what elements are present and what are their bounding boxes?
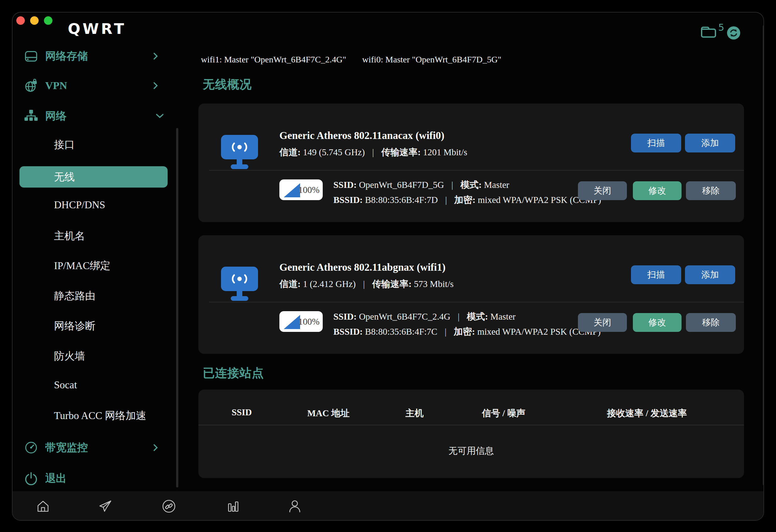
bar-chart-icon[interactable] — [224, 499, 239, 514]
sidebar-item-label: Socat — [54, 379, 77, 391]
minimize-window-button[interactable] — [30, 16, 39, 25]
rate-label: 传输速率: — [372, 279, 412, 289]
drive-icon — [24, 49, 38, 63]
power-icon — [24, 471, 38, 486]
table-empty-message: 无可用信息 — [198, 445, 744, 457]
edit-button[interactable]: 修改 — [633, 181, 682, 200]
main-scrollbar[interactable] — [763, 25, 764, 486]
bssid-encryption-line: BSSID: B8:80:35:6B:4F:7D | 加密: mixed WPA… — [333, 194, 601, 206]
sidebar-item-label: DHCP/DNS — [54, 199, 105, 211]
sidebar-item-label: 主机名 — [54, 229, 85, 243]
scan-button[interactable]: 扫描 — [631, 134, 681, 153]
bottom-dock — [13, 491, 763, 521]
wireless-radio-card: Generic Atheros 802.11abgnax (wifi1) 信道:… — [198, 235, 744, 354]
connected-stations-heading: 已连接站点 — [203, 365, 264, 381]
connected-stations-table: SSID MAC 地址 主机 信号 / 噪声 接收速率 / 发送速率 无可用信息 — [198, 389, 744, 478]
signal-percent: 100% — [298, 316, 320, 327]
add-button[interactable]: 添加 — [685, 265, 735, 284]
signal-strength-badge: 100% — [279, 180, 323, 200]
sidebar-item-label: 带宽监控 — [45, 441, 88, 455]
wifi1-status: wifi1: Master "OpenWrt_6B4F7C_2.4G" — [201, 55, 346, 64]
sidebar-item-label: 无线 — [54, 170, 75, 184]
zoom-window-button[interactable] — [44, 16, 52, 25]
bssid-value: B8:80:35:6B:4F:7C — [365, 326, 437, 336]
edit-button[interactable]: 修改 — [633, 313, 682, 332]
screen: QWRT 5 — [0, 0, 776, 532]
column-header-ssid: SSID — [198, 407, 285, 420]
column-header-signal-noise: 信号 / 噪声 — [457, 407, 550, 420]
table-header-divider — [198, 425, 744, 425]
card-divider — [209, 302, 744, 302]
chevron-right-icon — [153, 52, 158, 60]
mode-value: Master — [484, 180, 510, 190]
sidebar-item-interfaces[interactable]: 接口 — [54, 136, 167, 154]
disable-button[interactable]: 关闭 — [578, 313, 627, 332]
channel-value: 1 (2.412 GHz) — [303, 279, 356, 289]
sidebar-item-firewall[interactable]: 防火墙 — [54, 347, 167, 365]
bssid-encryption-line: BSSID: B8:80:35:6B:4F:7C | 加密: mixed WPA… — [333, 326, 600, 338]
sidebar-item-label: 防火墙 — [54, 349, 85, 363]
rate-value: 1201 Mbit/s — [423, 147, 467, 157]
remove-button[interactable]: 移除 — [686, 181, 736, 200]
gauge-icon — [24, 441, 38, 455]
channel-label: 信道: — [279, 279, 301, 289]
sidebar-item-static-routes[interactable]: 静态路由 — [54, 287, 167, 305]
radio-channel-rate: 信道: 1 (2.412 GHz) | 传输速率: 573 Mbit/s — [279, 278, 453, 290]
mode-value: Master — [490, 311, 516, 321]
sidebar-item-network[interactable]: 网络 — [19, 107, 176, 125]
add-button[interactable]: 添加 — [685, 134, 735, 153]
refresh-button[interactable] — [726, 26, 741, 40]
wireless-radio-card: Generic Atheros 802.11anacax (wifi0) 信道:… — [198, 103, 744, 222]
disable-button[interactable]: 关闭 — [578, 181, 627, 200]
separator: | — [458, 311, 459, 321]
separator: | — [363, 279, 365, 289]
home-icon[interactable] — [35, 499, 50, 514]
bssid-label: BSSID: — [333, 195, 363, 205]
sidebar-item-storage[interactable]: 网络存储 — [19, 47, 176, 65]
ssid-mode-line: SSID: OpenWrt_6B4F7D_5G | 模式: Master — [333, 179, 509, 191]
sidebar-item-label: 退出 — [45, 471, 66, 486]
chevron-down-icon — [156, 113, 164, 118]
sidebar-item-diagnostics[interactable]: 网络诊断 — [54, 317, 167, 335]
sidebar-item-dhcp-dns[interactable]: DHCP/DNS — [54, 196, 167, 214]
sidebar-item-vpn[interactable]: VPN — [19, 77, 176, 94]
signal-percent: 100% — [298, 185, 320, 195]
rate-value: 573 Mbit/s — [414, 279, 453, 289]
sidebar-scrollbar[interactable] — [176, 128, 178, 488]
column-header-rx-tx-rate: 接收速率 / 发送速率 — [550, 407, 744, 420]
ssid-label: SSID: — [333, 180, 357, 190]
chevron-right-icon — [153, 82, 158, 89]
encryption-label: 加密: — [454, 195, 475, 205]
channel-value: 149 (5.745 GHz) — [303, 147, 365, 157]
sidebar-item-turboacc[interactable]: Turbo ACC 网络加速 — [54, 407, 167, 425]
column-header-mac: MAC 地址 — [285, 407, 372, 420]
user-icon[interactable] — [287, 499, 302, 514]
vpn-globe-lock-icon — [24, 78, 38, 93]
tab-count: 5 — [718, 22, 724, 33]
separator: | — [451, 180, 453, 190]
window-controls — [16, 16, 52, 25]
separator: | — [444, 326, 446, 336]
app-logo: QWRT — [68, 20, 126, 37]
sidebar-item-ip-mac-binding[interactable]: IP/MAC绑定 — [54, 257, 167, 274]
wifi-device-icon — [220, 265, 259, 302]
app-window: QWRT 5 — [12, 12, 764, 521]
close-window-button[interactable] — [16, 16, 25, 25]
sidebar-item-label: 静态路由 — [54, 289, 95, 303]
sidebar-item-bandwidth-monitor[interactable]: 带宽监控 — [19, 439, 176, 456]
ssid-value: OpenWrt_6B4F7D_5G — [359, 180, 444, 190]
scan-button[interactable]: 扫描 — [631, 265, 681, 284]
wireless-overview-heading: 无线概况 — [203, 76, 252, 92]
sidebar-item-wireless-selected[interactable]: 无线 — [19, 166, 168, 188]
sidebar-item-hostname[interactable]: 主机名 — [54, 227, 167, 245]
link-circle-icon[interactable] — [161, 499, 176, 514]
radio-channel-rate: 信道: 149 (5.745 GHz) | 传输速率: 1201 Mbit/s — [279, 146, 467, 159]
chevron-right-icon — [153, 444, 158, 451]
separator: | — [372, 147, 374, 157]
sidebar-item-logout[interactable]: 退出 — [19, 470, 176, 487]
sidebar-item-socat[interactable]: Socat — [54, 376, 167, 394]
bssid-label: BSSID: — [333, 326, 363, 336]
remove-button[interactable]: 移除 — [686, 313, 736, 332]
table-header-row: SSID MAC 地址 主机 信号 / 噪声 接收速率 / 发送速率 — [198, 407, 744, 420]
send-plane-icon[interactable] — [98, 499, 113, 514]
